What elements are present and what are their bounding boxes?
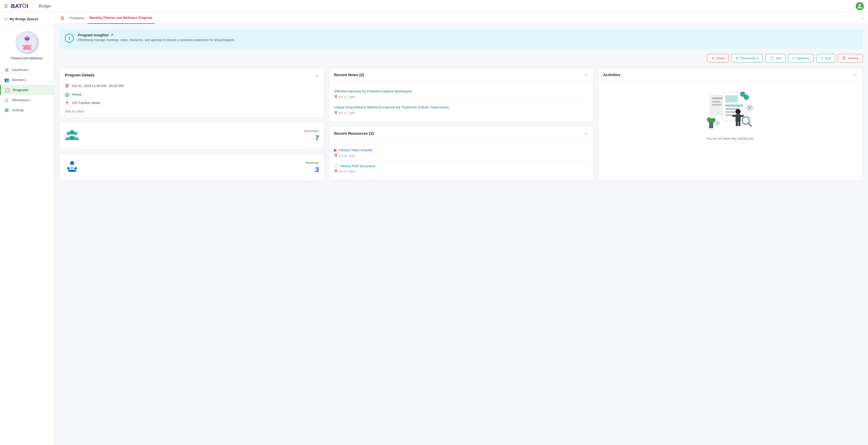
home-icon: 🏠 [60, 16, 65, 20]
recent-resources-body: ▶ Fitness Video Youtube 📅 Oct 25, 2024 [329, 140, 593, 180]
svg-rect-32 [725, 105, 743, 107]
news-item-1: Unique Drug Delivery Method to Improve t… [334, 102, 588, 118]
breadcrumb-programs[interactable]: Programs [68, 16, 86, 20]
sidebar-item-label-members: Members [12, 78, 26, 82]
svg-point-50 [707, 117, 711, 122]
resource-date-text-0: Oct 25, 2024 [339, 155, 355, 158]
svg-point-51 [711, 118, 716, 122]
pin-icon: 📍 [65, 101, 69, 105]
program-date: Oct 31, 2024 11:00 AM - 05:00 PM [72, 84, 123, 88]
activities-header: Activities → [598, 68, 863, 82]
breadcrumb-collapse-icon[interactable]: › [862, 15, 864, 21]
svg-point-13 [70, 130, 74, 135]
program-location-type-item: 🌐 Virtual [60, 90, 324, 99]
hamburger-icon[interactable]: ☰ [4, 4, 8, 8]
spaces-icon: ⊙ [4, 16, 7, 22]
slot-button[interactable]: 🕐 Slot [766, 54, 785, 63]
activities-arrow[interactable]: → [853, 72, 858, 77]
news-calendar-icon-1: 📅 [334, 111, 338, 114]
svg-rect-41 [736, 114, 741, 122]
agendas-icon: ≡ [793, 56, 795, 60]
program-desc-text: This is a test [65, 109, 84, 113]
marketplace-icon: 🛒 [4, 98, 9, 102]
resource-item-0: ▶ Fitness Video Youtube 📅 Oct 25, 2024 [334, 144, 588, 161]
info-title: Program Insights! ↗ [78, 33, 235, 37]
recent-resources-title: Recent Resources (3) [334, 131, 374, 136]
resource-date-1: 📅 Oct 17, 2024 [334, 170, 588, 173]
svg-rect-45 [738, 122, 740, 126]
news-date-0: 📅 Oct 17, 2024 [334, 95, 588, 99]
close-label: Close [716, 56, 724, 60]
sidebar-item-marketplace[interactable]: 🛒 Marketplace [0, 95, 54, 105]
meetings-value: 3 [305, 166, 319, 174]
attendees-value: 7 [304, 134, 319, 142]
sidebar-item-members[interactable]: 👥 Members [0, 75, 54, 85]
svg-point-14 [67, 132, 70, 135]
resource-link-0[interactable]: ▶ Fitness Video Youtube [334, 148, 588, 152]
archive-label: Archive [847, 56, 859, 60]
news-link-0[interactable]: Effective Vaccines for Protection Agains… [334, 89, 588, 94]
close-button[interactable]: ✕ Close [707, 54, 729, 63]
news-link-1[interactable]: Unique Drug Delivery Method to Improve t… [334, 105, 588, 110]
resource-calendar-icon-0: 📅 [334, 154, 338, 158]
download-label: Download [740, 56, 755, 60]
meetings-stat: Meetings 3 [305, 161, 319, 174]
breadcrumb-home[interactable]: 🏠 [58, 16, 67, 20]
svg-rect-48 [709, 123, 713, 128]
members-icon: 👥 [4, 77, 9, 82]
svg-text:i: i [68, 36, 70, 41]
sidebar-item-settings[interactable]: ⚙️ Settings [0, 105, 54, 115]
pdf-icon: 📄 [334, 164, 338, 168]
edit-button[interactable]: ✏ Edit [816, 54, 835, 63]
svg-rect-42 [733, 115, 736, 117]
resource-link-1[interactable]: 📄 Fitness PDF Document [334, 164, 588, 168]
activities-card: Activities → [598, 68, 863, 181]
sidebar-navigation: ⊞ Dashboard 👥 Members 📋 Programs 🛒 Marke… [0, 63, 54, 445]
program-details-card: Program Details ⌄ 📅 Oct 31, 2024 11:00 A… [59, 68, 324, 118]
recent-news-arrow[interactable]: → [584, 72, 588, 77]
svg-rect-23 [68, 170, 76, 172]
attendees-icon [65, 127, 79, 144]
info-icon: i [65, 34, 74, 45]
recent-resources-arrow[interactable]: → [584, 131, 588, 136]
sidebar-item-label-marketplace: Marketplace [12, 98, 30, 102]
meetings-icon [65, 159, 79, 176]
sidebar: ⊙ My Bridge Spaces [0, 12, 54, 445]
globe-icon: 🌐 [65, 93, 69, 97]
info-title-text: Program Insights! [78, 33, 109, 37]
program-address: 210 Traction Street [72, 101, 100, 105]
agendas-button[interactable]: ≡ Agendas [788, 54, 814, 63]
download-icon: ⬇ [736, 56, 739, 60]
space-name: Fitness and Wellness [11, 56, 43, 60]
edit-icon: ✏ [821, 56, 824, 60]
svg-rect-44 [736, 122, 738, 126]
attendees-stat: Attendees 7 [304, 129, 319, 142]
svg-point-22 [74, 167, 77, 170]
app-title: Bridge [39, 4, 51, 8]
news-date-text-1: Oct 17, 2024 [339, 111, 355, 114]
svg-point-19 [70, 161, 74, 165]
download-chevron-icon: ▾ [757, 56, 758, 60]
breadcrumb-current[interactable]: Monthly Fitness and Wellness Program [87, 12, 154, 24]
attendees-card: Attendees 7 [59, 122, 324, 149]
info-desc: Effortlessly manage meetings, news, reso… [78, 38, 235, 42]
middle-column: Recent News (2) → Effective Vaccines for… [329, 68, 594, 181]
external-link-icon[interactable]: ↗ [111, 33, 113, 37]
sidebar-item-label-programs: Programs [13, 88, 28, 92]
sidebar-item-programs[interactable]: 📋 Programs [0, 85, 54, 95]
program-location-type: Virtual [72, 93, 82, 96]
user-avatar[interactable] [856, 2, 864, 10]
meetings-card: Meetings 3 [59, 153, 324, 181]
archive-button[interactable]: 🗄 Archive [838, 54, 863, 63]
download-button[interactable]: ⬇ Download ▾ [731, 54, 763, 63]
news-item-0: Effective Vaccines for Protection Agains… [334, 86, 588, 102]
resource-date-text-1: Oct 17, 2024 [339, 170, 355, 173]
programs-icon: 📋 [5, 88, 10, 93]
sidebar-item-dashboard[interactable]: ⊞ Dashboard [0, 65, 54, 75]
svg-point-18 [74, 137, 79, 140]
svg-rect-29 [712, 104, 721, 106]
meetings-label: Meetings [305, 161, 319, 165]
program-details-toggle[interactable]: ⌄ [315, 72, 319, 78]
logo: BATÖI [11, 3, 28, 9]
sidebar-header[interactable]: ⊙ My Bridge Spaces [0, 12, 54, 26]
